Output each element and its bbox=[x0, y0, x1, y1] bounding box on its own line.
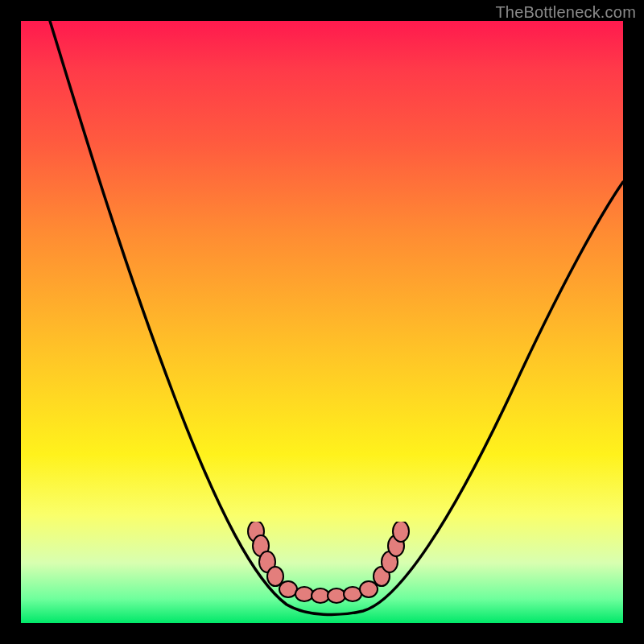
curve-layer bbox=[21, 21, 623, 623]
plot-area bbox=[21, 21, 623, 623]
bottleneck-curve bbox=[50, 21, 623, 615]
chart-frame: TheBottleneck.com bbox=[0, 0, 644, 644]
credit-label: TheBottleneck.com bbox=[495, 3, 636, 22]
